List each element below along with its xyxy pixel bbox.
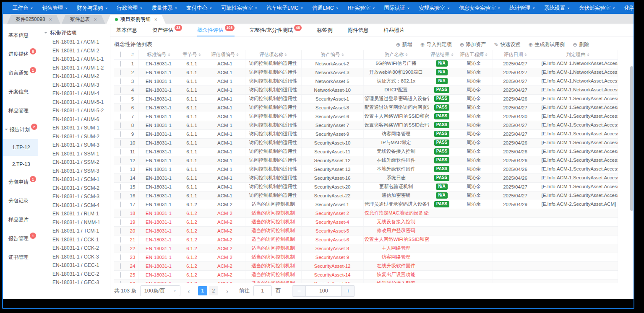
row-checkbox[interactable]	[120, 210, 121, 216]
tree-item[interactable]: EN-18031-1 / AUM-1-2	[38, 64, 110, 72]
toolbar-button[interactable]: ⊕新增	[396, 41, 412, 48]
sidebar-item[interactable]: 分包记录	[3, 191, 38, 210]
nav-item[interactable]: 可靠性实验室∨	[216, 3, 262, 14]
window-tab[interactable]: 案件0250098×	[7, 15, 60, 24]
row-checkbox[interactable]	[120, 272, 121, 278]
nav-item[interactable]: 统计管理∨	[505, 3, 540, 14]
prev-page-button[interactable]: ‹	[184, 286, 193, 295]
table-row[interactable]: 5EN-18031-16.1.1ACM-1访问控制机制的适用性SecurityA…	[114, 94, 618, 103]
nav-item[interactable]: 信息安全实验室∨	[454, 3, 505, 14]
tree-item[interactable]: EN-18031-1 / SSM-3	[38, 167, 110, 176]
row-checkbox[interactable]	[120, 166, 121, 172]
tree-item[interactable]: EN-18031-1 / SSM-1	[38, 150, 110, 158]
row-checkbox[interactable]	[120, 96, 121, 102]
sidebar-item[interactable]: 进度描述6	[3, 45, 38, 64]
sidebar-item[interactable]: 证书管理	[3, 248, 38, 267]
table-row[interactable]: 14EN-18031-16.1.1ACM-1访问控制机制的适用性Security…	[114, 173, 618, 182]
row-checkbox[interactable]	[120, 140, 121, 146]
tree-item[interactable]: EN-18031-1 / GEC-1	[38, 261, 110, 270]
goto-page-input[interactable]	[253, 285, 272, 296]
detail-tab[interactable]: 基本信息	[116, 24, 137, 36]
tree-item[interactable]: EN-18031-1 / SCM-3	[38, 192, 110, 201]
tree-item[interactable]: EN-18031-1 / ACM-2	[38, 47, 110, 55]
tree-item[interactable]: EN-18031-1 / RLM-1	[38, 210, 110, 218]
table-row[interactable]: 21EN-18031-16.1.2ACM-2适当的访问控制机制SecurityA…	[114, 235, 618, 244]
table-row[interactable]: 22EN-18031-16.1.2ACM-2适当的访问控制机制SecurityA…	[114, 244, 618, 253]
sidebar-item[interactable]: 开案信息	[3, 83, 38, 101]
tree-item[interactable]: EN-18031-1 / AUM-5-2	[38, 106, 110, 115]
nav-item[interactable]: 工作台∨	[8, 3, 37, 14]
nav-item[interactable]: 行政管理∨	[112, 3, 147, 14]
tree-item[interactable]: EN-18031-1 / SUM-1	[38, 124, 110, 132]
sidebar-item[interactable]: 留言通知1	[3, 64, 38, 83]
nav-item[interactable]: 销售管理∨	[37, 3, 72, 14]
sidebar-item[interactable]: 报告计划2	[3, 120, 38, 139]
row-checkbox[interactable]	[120, 70, 121, 75]
tree-item[interactable]: EN-18031-1 / AUM-1-1	[38, 55, 110, 64]
row-checkbox[interactable]	[120, 219, 121, 225]
tree-item[interactable]: EN-18031-1 / GEC-3	[38, 278, 110, 287]
row-checkbox[interactable]	[120, 105, 121, 111]
table-row[interactable]: 6EN-18031-16.1.1ACM-1访问控制机制的适用性SecurityA…	[114, 103, 618, 112]
table-row[interactable]: 23EN-18031-16.1.2ACM-2适当的访问控制机制SecurityA…	[114, 253, 618, 261]
nav-item[interactable]: 财务与采购∨	[72, 3, 112, 14]
stepper-value[interactable]: 100	[305, 286, 342, 296]
tree-item[interactable]: EN-18031-1 / AUM-5-1	[38, 98, 110, 107]
nav-item[interactable]: RF实验室∨	[343, 3, 380, 14]
table-row[interactable]: 10EN-18031-16.1.1ACM-1访问控制机制的适用性Security…	[114, 138, 618, 147]
sidebar-item[interactable]: 样品照片	[3, 210, 38, 229]
window-tab[interactable]: 案件总表×	[62, 15, 105, 24]
nav-item[interactable]: 普通LMC∨	[308, 3, 343, 14]
detail-tab[interactable]: 完整性/充分性测试46	[250, 24, 302, 36]
row-checkbox[interactable]	[120, 78, 121, 84]
sort-icon[interactable]	[198, 52, 201, 58]
sort-icon[interactable]	[524, 52, 527, 58]
tree-item[interactable]: EN-18031-1 / AUM-4	[38, 89, 110, 98]
tree-item[interactable]: EN-18031-1 / SCM-1	[38, 175, 110, 184]
table-row[interactable]: 3EN-18031-16.1.1ACM-1访问控制机制的适用性NetworkAs…	[114, 77, 618, 85]
nav-item[interactable]: 支付中心∨	[182, 3, 216, 14]
tree-item[interactable]: EN-18031-1 / SSM-2	[38, 158, 110, 167]
tree-item[interactable]: EN-18031-1 / TCM-1	[38, 227, 110, 235]
sidebar-item[interactable]: 基本信息	[3, 26, 38, 45]
table-row[interactable]: 16EN-18031-16.1.1ACM-1访问控制机制的适用性Security…	[114, 191, 618, 200]
row-checkbox[interactable]	[120, 61, 121, 67]
tree-item[interactable]: EN-18031-1 / NMM-1	[38, 218, 110, 227]
sidebar-item[interactable]: 样品管理	[3, 101, 38, 120]
detail-tab[interactable]: 概念性评估103	[197, 24, 235, 36]
nav-item[interactable]: 光伏部实验室∨	[574, 3, 620, 14]
row-checkbox[interactable]	[120, 131, 121, 137]
stepper-minus-button[interactable]: −	[292, 286, 305, 296]
tree-item[interactable]: EN-18031-1 / CCK-2	[38, 244, 110, 253]
next-page-button[interactable]: ›	[223, 286, 232, 295]
tree-item[interactable]: EN-18031-1 / ACM-1	[38, 38, 110, 47]
row-checkbox[interactable]	[120, 184, 121, 190]
page-number-button[interactable]: 1	[198, 286, 207, 295]
vertical-scrollbar[interactable]	[630, 66, 633, 211]
row-checkbox[interactable]	[120, 122, 121, 128]
tree-item[interactable]: EN-18031-1 / SUM-2	[38, 132, 110, 141]
table-row[interactable]: 19EN-18031-16.1.2ACM-2适当的访问控制机制SecurityA…	[114, 217, 618, 226]
table-row[interactable]: 2EN-18031-16.1.1ACM-1访问控制机制的适用性NetworkAs…	[114, 68, 618, 77]
table-row[interactable]: 25EN-18031-16.1.2ACM-2适当的访问控制机制SecurityA…	[114, 270, 618, 279]
close-icon[interactable]: ×	[154, 17, 157, 23]
table-row[interactable]: 9EN-18031-16.1.1ACM-1访问控制机制的适用性SecurityA…	[114, 129, 618, 138]
tree-item[interactable]: EN-18031-1 / SCM-4	[38, 201, 110, 210]
table-row[interactable]: 20EN-18031-16.1.2ACM-2适当的访问控制机制SecurityA…	[114, 226, 618, 235]
sidebar-item[interactable]: 2.TP-13	[3, 156, 38, 173]
detail-tab[interactable]: 样品照片	[384, 24, 405, 36]
table-row[interactable]: 11EN-18031-16.1.1ACM-1访问控制机制的适用性Security…	[114, 147, 618, 156]
table-row[interactable]: 15EN-18031-16.1.1ACM-1访问控制机制的适用性Security…	[114, 182, 618, 191]
row-checkbox[interactable]	[120, 202, 121, 207]
sort-icon[interactable]	[284, 52, 287, 58]
sidebar-item[interactable]: 报告管理1	[3, 229, 38, 248]
detail-tab[interactable]: 附件信息	[348, 24, 369, 36]
window-tab[interactable]: 项目案例明细×	[107, 15, 166, 24]
detail-tab[interactable]: 资产评估33	[152, 24, 182, 36]
row-checkbox[interactable]	[120, 228, 121, 234]
sort-icon[interactable]	[587, 52, 589, 58]
nav-item[interactable]: 汽车电子LMC∨	[262, 3, 308, 14]
toolbar-button[interactable]: ⊕导入判定项	[420, 41, 451, 48]
sort-icon[interactable]	[485, 52, 488, 58]
sort-icon[interactable]	[405, 52, 408, 58]
